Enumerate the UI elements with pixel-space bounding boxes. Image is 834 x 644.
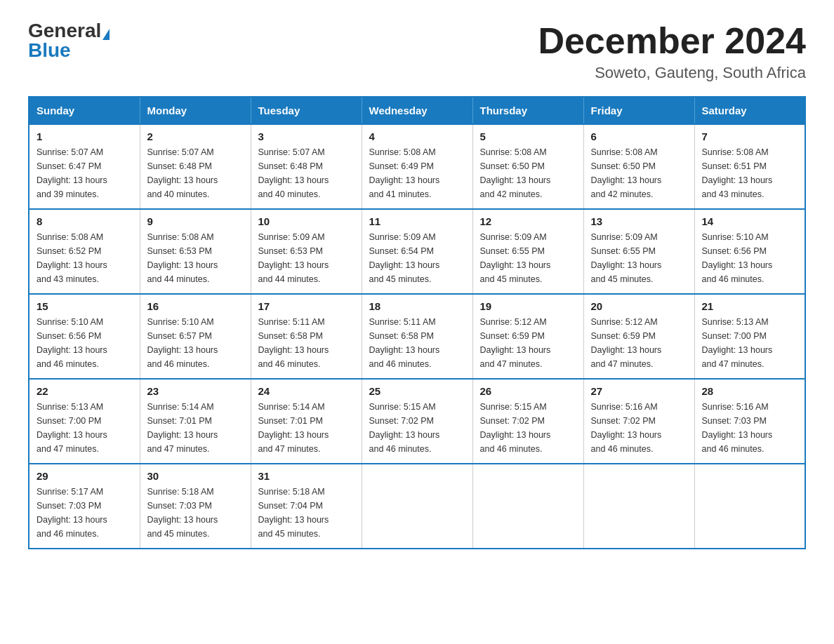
- page-header: General Blue December 2024 Soweto, Gaute…: [28, 21, 806, 82]
- day-number: 11: [369, 215, 465, 227]
- day-info: Sunrise: 5:17 AMSunset: 7:03 PMDaylight:…: [37, 485, 133, 541]
- day-info: Sunrise: 5:15 AMSunset: 7:02 PMDaylight:…: [369, 400, 465, 456]
- day-info: Sunrise: 5:11 AMSunset: 6:58 PMDaylight:…: [369, 315, 465, 371]
- day-cell-18: 18Sunrise: 5:11 AMSunset: 6:58 PMDayligh…: [362, 294, 472, 379]
- day-info: Sunrise: 5:09 AMSunset: 6:53 PMDaylight:…: [258, 230, 355, 286]
- day-info: Sunrise: 5:10 AMSunset: 6:57 PMDaylight:…: [147, 315, 244, 371]
- calendar-table: SundayMondayTuesdayWednesdayThursdayFrid…: [28, 96, 806, 549]
- day-number: 29: [37, 470, 133, 482]
- weekday-header-saturday: Saturday: [694, 97, 805, 124]
- day-cell-10: 10Sunrise: 5:09 AMSunset: 6:53 PMDayligh…: [251, 209, 362, 294]
- empty-cell: [583, 464, 694, 549]
- day-cell-7: 7Sunrise: 5:08 AMSunset: 6:51 PMDaylight…: [694, 124, 805, 209]
- weekday-header-row: SundayMondayTuesdayWednesdayThursdayFrid…: [29, 97, 805, 124]
- day-number: 21: [702, 300, 798, 312]
- empty-cell: [472, 464, 583, 549]
- weekday-header-thursday: Thursday: [472, 97, 583, 124]
- day-cell-6: 6Sunrise: 5:08 AMSunset: 6:50 PMDaylight…: [583, 124, 694, 209]
- weekday-header-tuesday: Tuesday: [251, 97, 362, 124]
- day-info: Sunrise: 5:14 AMSunset: 7:01 PMDaylight:…: [258, 400, 355, 456]
- empty-cell: [362, 464, 472, 549]
- day-number: 31: [258, 470, 355, 482]
- logo: General Blue: [28, 21, 110, 60]
- day-info: Sunrise: 5:08 AMSunset: 6:49 PMDaylight:…: [369, 145, 465, 201]
- day-info: Sunrise: 5:10 AMSunset: 6:56 PMDaylight:…: [702, 230, 798, 286]
- calendar-week-3: 15Sunrise: 5:10 AMSunset: 6:56 PMDayligh…: [29, 294, 805, 379]
- day-number: 9: [147, 215, 244, 227]
- day-info: Sunrise: 5:08 AMSunset: 6:50 PMDaylight:…: [591, 145, 687, 201]
- day-number: 16: [147, 300, 244, 312]
- day-info: Sunrise: 5:07 AMSunset: 6:48 PMDaylight:…: [258, 145, 355, 201]
- day-cell-1: 1Sunrise: 5:07 AMSunset: 6:47 PMDaylight…: [29, 124, 140, 209]
- day-info: Sunrise: 5:13 AMSunset: 7:00 PMDaylight:…: [37, 400, 133, 456]
- weekday-header-friday: Friday: [583, 97, 694, 124]
- day-number: 15: [37, 300, 133, 312]
- day-info: Sunrise: 5:16 AMSunset: 7:03 PMDaylight:…: [702, 400, 798, 456]
- day-info: Sunrise: 5:09 AMSunset: 6:54 PMDaylight:…: [369, 230, 465, 286]
- day-cell-28: 28Sunrise: 5:16 AMSunset: 7:03 PMDayligh…: [694, 379, 805, 464]
- day-number: 8: [37, 215, 133, 227]
- day-cell-23: 23Sunrise: 5:14 AMSunset: 7:01 PMDayligh…: [140, 379, 251, 464]
- weekday-header-wednesday: Wednesday: [362, 97, 472, 124]
- day-number: 19: [480, 300, 576, 312]
- day-number: 20: [591, 300, 687, 312]
- day-info: Sunrise: 5:16 AMSunset: 7:02 PMDaylight:…: [591, 400, 687, 456]
- day-cell-30: 30Sunrise: 5:18 AMSunset: 7:03 PMDayligh…: [140, 464, 251, 549]
- weekday-header-monday: Monday: [140, 97, 251, 124]
- day-number: 23: [147, 385, 244, 397]
- day-cell-17: 17Sunrise: 5:11 AMSunset: 6:58 PMDayligh…: [251, 294, 362, 379]
- day-number: 14: [702, 215, 798, 227]
- day-cell-19: 19Sunrise: 5:12 AMSunset: 6:59 PMDayligh…: [472, 294, 583, 379]
- month-title: December 2024: [538, 21, 806, 61]
- day-info: Sunrise: 5:08 AMSunset: 6:53 PMDaylight:…: [147, 230, 244, 286]
- day-info: Sunrise: 5:07 AMSunset: 6:47 PMDaylight:…: [37, 145, 133, 201]
- day-number: 25: [369, 385, 465, 397]
- day-number: 26: [480, 385, 576, 397]
- day-number: 22: [37, 385, 133, 397]
- day-cell-15: 15Sunrise: 5:10 AMSunset: 6:56 PMDayligh…: [29, 294, 140, 379]
- day-number: 24: [258, 385, 355, 397]
- day-cell-24: 24Sunrise: 5:14 AMSunset: 7:01 PMDayligh…: [251, 379, 362, 464]
- logo-general-text: General: [28, 20, 101, 41]
- day-info: Sunrise: 5:14 AMSunset: 7:01 PMDaylight:…: [147, 400, 244, 456]
- title-block: December 2024 Soweto, Gauteng, South Afr…: [538, 21, 806, 82]
- day-cell-27: 27Sunrise: 5:16 AMSunset: 7:02 PMDayligh…: [583, 379, 694, 464]
- day-info: Sunrise: 5:08 AMSunset: 6:52 PMDaylight:…: [37, 230, 133, 286]
- calendar-week-5: 29Sunrise: 5:17 AMSunset: 7:03 PMDayligh…: [29, 464, 805, 549]
- day-cell-3: 3Sunrise: 5:07 AMSunset: 6:48 PMDaylight…: [251, 124, 362, 209]
- day-number: 13: [591, 215, 687, 227]
- day-cell-11: 11Sunrise: 5:09 AMSunset: 6:54 PMDayligh…: [362, 209, 472, 294]
- logo-blue-text: Blue: [28, 41, 71, 60]
- empty-cell: [694, 464, 805, 549]
- day-cell-25: 25Sunrise: 5:15 AMSunset: 7:02 PMDayligh…: [362, 379, 472, 464]
- calendar-week-2: 8Sunrise: 5:08 AMSunset: 6:52 PMDaylight…: [29, 209, 805, 294]
- day-cell-4: 4Sunrise: 5:08 AMSunset: 6:49 PMDaylight…: [362, 124, 472, 209]
- day-number: 27: [591, 385, 687, 397]
- day-number: 6: [591, 130, 687, 142]
- day-number: 18: [369, 300, 465, 312]
- day-info: Sunrise: 5:11 AMSunset: 6:58 PMDaylight:…: [258, 315, 355, 371]
- day-info: Sunrise: 5:09 AMSunset: 6:55 PMDaylight:…: [480, 230, 576, 286]
- day-info: Sunrise: 5:08 AMSunset: 6:51 PMDaylight:…: [702, 145, 798, 201]
- day-cell-21: 21Sunrise: 5:13 AMSunset: 7:00 PMDayligh…: [694, 294, 805, 379]
- day-cell-9: 9Sunrise: 5:08 AMSunset: 6:53 PMDaylight…: [140, 209, 251, 294]
- day-info: Sunrise: 5:13 AMSunset: 7:00 PMDaylight:…: [702, 315, 798, 371]
- day-info: Sunrise: 5:10 AMSunset: 6:56 PMDaylight:…: [37, 315, 133, 371]
- day-number: 30: [147, 470, 244, 482]
- day-info: Sunrise: 5:15 AMSunset: 7:02 PMDaylight:…: [480, 400, 576, 456]
- weekday-header-sunday: Sunday: [29, 97, 140, 124]
- day-cell-29: 29Sunrise: 5:17 AMSunset: 7:03 PMDayligh…: [29, 464, 140, 549]
- day-number: 3: [258, 130, 355, 142]
- day-number: 10: [258, 215, 355, 227]
- day-number: 4: [369, 130, 465, 142]
- day-cell-12: 12Sunrise: 5:09 AMSunset: 6:55 PMDayligh…: [472, 209, 583, 294]
- day-cell-31: 31Sunrise: 5:18 AMSunset: 7:04 PMDayligh…: [251, 464, 362, 549]
- day-info: Sunrise: 5:12 AMSunset: 6:59 PMDaylight:…: [480, 315, 576, 371]
- day-info: Sunrise: 5:18 AMSunset: 7:03 PMDaylight:…: [147, 485, 244, 541]
- day-cell-8: 8Sunrise: 5:08 AMSunset: 6:52 PMDaylight…: [29, 209, 140, 294]
- day-cell-22: 22Sunrise: 5:13 AMSunset: 7:00 PMDayligh…: [29, 379, 140, 464]
- day-number: 17: [258, 300, 355, 312]
- day-cell-14: 14Sunrise: 5:10 AMSunset: 6:56 PMDayligh…: [694, 209, 805, 294]
- calendar-week-4: 22Sunrise: 5:13 AMSunset: 7:00 PMDayligh…: [29, 379, 805, 464]
- day-cell-20: 20Sunrise: 5:12 AMSunset: 6:59 PMDayligh…: [583, 294, 694, 379]
